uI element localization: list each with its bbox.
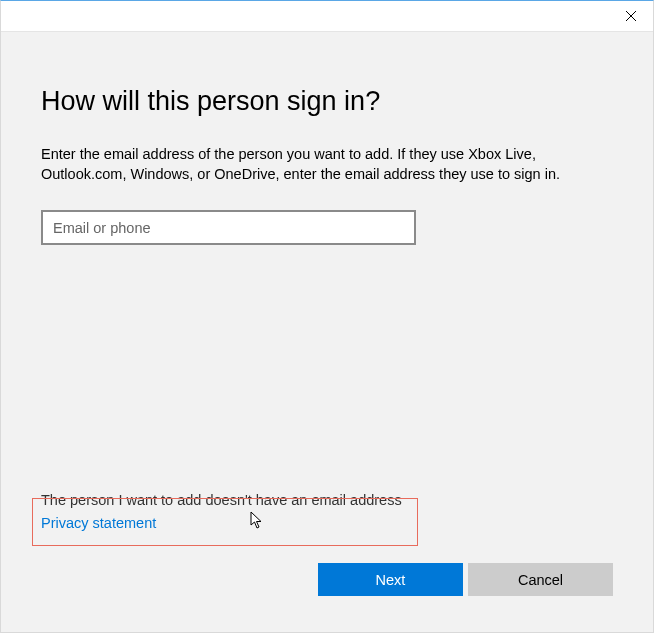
button-row: Next Cancel	[318, 563, 613, 596]
dialog-window: How will this person sign in? Enter the …	[0, 0, 654, 633]
dialog-description: Enter the email address of the person yo…	[41, 145, 613, 184]
next-button[interactable]: Next	[318, 563, 463, 596]
cancel-button[interactable]: Cancel	[468, 563, 613, 596]
close-icon	[626, 9, 636, 24]
bottom-links: The person I want to add doesn't have an…	[41, 492, 613, 532]
privacy-statement-link[interactable]: Privacy statement	[41, 515, 156, 531]
close-button[interactable]	[608, 1, 653, 31]
email-input[interactable]	[41, 210, 416, 245]
no-email-link[interactable]: The person I want to add doesn't have an…	[41, 492, 613, 508]
dialog-title: How will this person sign in?	[41, 86, 613, 117]
title-bar	[1, 1, 653, 32]
dialog-content: How will this person sign in? Enter the …	[1, 32, 653, 245]
